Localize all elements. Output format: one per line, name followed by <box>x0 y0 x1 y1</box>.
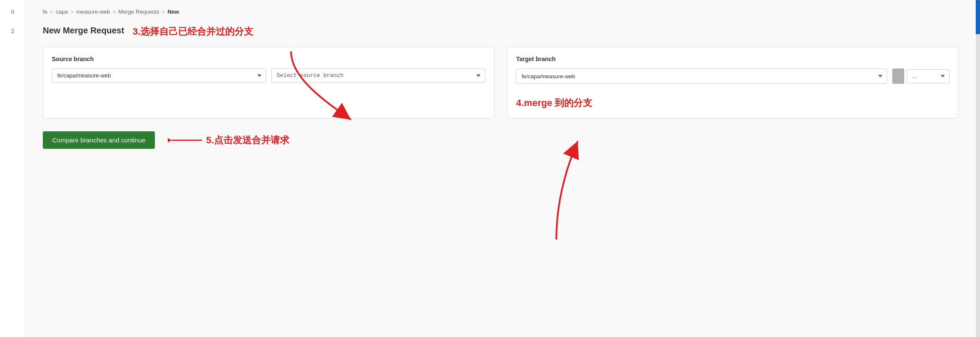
annotation-step4-container: 4.merge 到的分支 <box>516 97 950 109</box>
breadcrumb-new: New <box>168 9 179 15</box>
annotation-step3-container: 3.选择自己已经合并过的分支 <box>133 25 253 38</box>
breadcrumb: fe > capa > measure-web > Merge Requests… <box>43 9 959 15</box>
target-branch-label: Target branch <box>516 56 950 62</box>
breadcrumb-merge-requests[interactable]: Merge Requests <box>119 9 159 15</box>
target-branch-select[interactable]: ... <box>907 69 950 83</box>
annotation-step4: 4.merge 到的分支 <box>516 98 593 108</box>
arrow-left-icon <box>168 132 202 149</box>
sidebar-number-0[interactable]: 0 <box>11 9 14 15</box>
breadcrumb-sep-4: > <box>162 9 165 15</box>
title-row: New Merge Request 3.选择自己已经合并过的分支 <box>43 25 959 38</box>
scrollbar-area <box>976 0 980 337</box>
breadcrumb-sep-1: > <box>50 9 53 15</box>
breadcrumb-sep-3: > <box>113 9 116 15</box>
breadcrumb-sep-2: > <box>71 9 74 15</box>
source-branch-select[interactable]: Select source branch <box>271 68 486 83</box>
breadcrumb-capa[interactable]: capa <box>56 9 68 15</box>
target-branch-right: ... <box>892 68 950 84</box>
page-title: New Merge Request <box>43 26 124 35</box>
compare-button[interactable]: Compare branches and continue <box>43 131 155 149</box>
annotation-step3: 3.选择自己已经合并过的分支 <box>133 25 253 38</box>
sidebar: 0 2 <box>0 0 26 337</box>
scrollbar-thumb[interactable] <box>976 0 980 34</box>
source-branch-selects: fe/capa/measure-web Select source branch <box>52 68 485 83</box>
source-branch-label: Source branch <box>52 56 485 62</box>
branches-container: Source branch fe/capa/measure-web Select… <box>43 47 959 118</box>
main-content: fe > capa > measure-web > Merge Requests… <box>26 0 976 337</box>
sidebar-number-2[interactable]: 2 <box>11 28 14 34</box>
breadcrumb-fe[interactable]: fe <box>43 9 48 15</box>
target-branch-selects: fe/capa/measure-web ... <box>516 68 950 84</box>
breadcrumb-measure-web[interactable]: measure-web <box>76 9 110 15</box>
action-row: Compare branches and continue 5.点击发送合并请求 <box>43 131 959 149</box>
annotation-step5-container: 5.点击发送合并请求 <box>168 132 289 149</box>
source-repo-select[interactable]: fe/capa/measure-web <box>52 68 266 83</box>
source-branch-panel: Source branch fe/capa/measure-web Select… <box>43 47 494 118</box>
target-repo-select[interactable]: fe/capa/measure-web <box>516 68 887 84</box>
annotation-step5: 5.点击发送合并请求 <box>206 134 289 147</box>
target-branch-icon <box>892 68 904 84</box>
target-branch-panel: Target branch fe/capa/measure-web ... 4.… <box>507 47 959 118</box>
